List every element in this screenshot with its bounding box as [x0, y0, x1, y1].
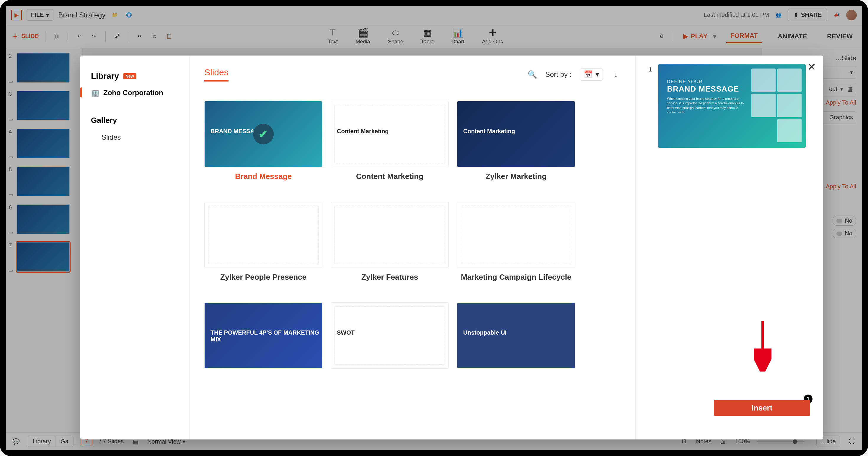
card-label: Zylker People Presence	[204, 273, 322, 282]
gallery-slides-item[interactable]: Slides	[91, 125, 179, 142]
card-label: Brand Message	[204, 172, 322, 181]
library-heading: Library	[91, 71, 119, 81]
card-thumbnail	[204, 202, 322, 268]
sort-by-label: Sort by :	[545, 70, 571, 79]
sort-dropdown[interactable]: 📅 ▾	[580, 68, 603, 81]
library-card[interactable]: Content Marketing Zylker Marketing	[457, 101, 575, 181]
card-label: Zylker Marketing	[457, 172, 575, 181]
slides-grid: BRAND MESSA✔ Brand MessageContent Market…	[204, 87, 621, 373]
close-icon[interactable]: ✕	[807, 61, 816, 73]
preview-desc: When creating your brand strategy for a …	[667, 97, 744, 115]
library-card[interactable]: THE POWERFUL 4P'S OF MARKETING MIX	[204, 302, 322, 373]
card-label: Zylker Features	[331, 273, 449, 282]
new-badge: New	[123, 73, 136, 79]
library-card[interactable]: Marketing Campaign Lifecycle	[457, 202, 575, 282]
selected-slide-preview[interactable]: DEFINE YOUR BRAND MESSAGE When creating …	[658, 64, 806, 148]
org-item[interactable]: 🏢 Zoho Corporation	[91, 81, 179, 97]
modal-content: Slides 🔍 Sort by : 📅 ▾ ↓ BRAND MESSA✔ Br…	[190, 56, 636, 439]
card-label: Marketing Campaign Lifecycle	[457, 273, 575, 282]
card-thumbnail: Content Marketing	[457, 101, 575, 167]
library-card[interactable]: Content Marketing Content Marketing	[331, 101, 449, 181]
check-icon: ✔	[253, 124, 274, 145]
modal-preview-panel: ✕ 1 DEFINE YOUR BRAND MESSAGE When creat…	[636, 56, 823, 439]
card-thumbnail: Content Marketing	[331, 101, 449, 167]
card-thumbnail: Unstoppable UI	[457, 302, 575, 369]
selected-count: 1	[649, 64, 652, 148]
gallery-heading: Gallery	[91, 116, 179, 125]
org-name: Zoho Corporation	[103, 89, 163, 97]
card-thumbnail	[457, 202, 575, 268]
modal-sidebar: Library New 🏢 Zoho Corporation Gallery S…	[80, 56, 190, 439]
preview-photo-tile	[777, 68, 802, 92]
sort-direction-icon[interactable]: ↓	[611, 70, 621, 79]
library-card[interactable]: Zylker Features	[331, 202, 449, 282]
slides-tab[interactable]: Slides	[204, 67, 228, 82]
card-thumbnail	[331, 202, 449, 268]
library-card[interactable]: Zylker People Presence	[204, 202, 322, 282]
callout-arrow-icon	[754, 318, 771, 371]
insert-button[interactable]: Insert	[714, 400, 810, 416]
preview-photo-tile	[777, 119, 802, 142]
card-label: Content Marketing	[331, 172, 449, 181]
library-card[interactable]: BRAND MESSA✔ Brand Message	[204, 101, 322, 181]
card-thumbnail: THE POWERFUL 4P'S OF MARKETING MIX	[204, 302, 322, 369]
search-icon[interactable]: 🔍	[528, 70, 537, 79]
card-thumbnail: SWOT	[331, 302, 449, 369]
library-card[interactable]: SWOT	[331, 302, 449, 373]
library-modal: Library New 🏢 Zoho Corporation Gallery S…	[80, 56, 823, 439]
org-icon: 🏢	[91, 89, 99, 97]
preview-photo-tile	[751, 94, 776, 117]
preview-photo-tile	[777, 94, 802, 117]
chevron-down-icon: ▾	[595, 70, 599, 79]
card-thumbnail: BRAND MESSA✔	[204, 101, 322, 167]
library-card[interactable]: Unstoppable UI	[457, 302, 575, 373]
calendar-icon: 📅	[584, 70, 593, 79]
preview-photo-tile	[751, 68, 776, 92]
